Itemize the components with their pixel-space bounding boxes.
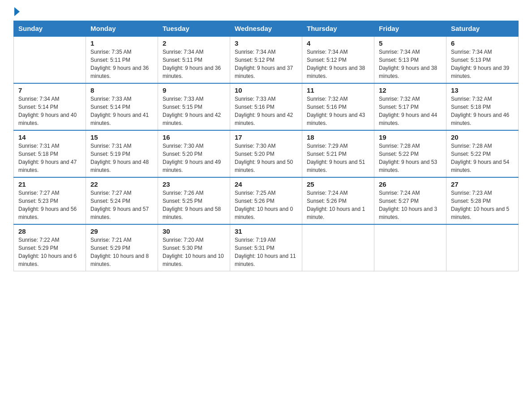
day-info: Sunrise: 7:31 AMSunset: 5:18 PMDaylight:… <box>18 142 81 174</box>
day-info: Sunrise: 7:32 AMSunset: 5:17 PMDaylight:… <box>379 95 442 127</box>
calendar-week-row: 21Sunrise: 7:27 AMSunset: 5:23 PMDayligh… <box>14 177 519 224</box>
calendar-cell: 6Sunrise: 7:34 AMSunset: 5:13 PMDaylight… <box>446 36 519 83</box>
calendar-week-row: 1Sunrise: 7:35 AMSunset: 5:11 PMDaylight… <box>14 36 519 83</box>
calendar-cell: 4Sunrise: 7:34 AMSunset: 5:12 PMDaylight… <box>302 36 374 83</box>
day-info: Sunrise: 7:24 AMSunset: 5:27 PMDaylight:… <box>379 189 442 221</box>
calendar-cell: 25Sunrise: 7:24 AMSunset: 5:26 PMDayligh… <box>302 177 374 224</box>
header-friday: Friday <box>374 21 446 37</box>
day-number: 8 <box>90 86 153 94</box>
day-info: Sunrise: 7:33 AMSunset: 5:15 PMDaylight:… <box>163 95 225 127</box>
day-number: 7 <box>18 86 81 94</box>
calendar-cell <box>446 224 519 271</box>
calendar-cell: 16Sunrise: 7:30 AMSunset: 5:20 PMDayligh… <box>158 130 230 177</box>
calendar-cell: 9Sunrise: 7:33 AMSunset: 5:15 PMDaylight… <box>158 83 230 130</box>
day-info: Sunrise: 7:34 AMSunset: 5:13 PMDaylight:… <box>451 48 514 80</box>
day-info: Sunrise: 7:33 AMSunset: 5:16 PMDaylight:… <box>235 95 297 127</box>
calendar-cell: 5Sunrise: 7:34 AMSunset: 5:13 PMDaylight… <box>374 36 446 83</box>
calendar-cell: 11Sunrise: 7:32 AMSunset: 5:16 PMDayligh… <box>302 83 374 130</box>
day-info: Sunrise: 7:35 AMSunset: 5:11 PMDaylight:… <box>90 48 153 80</box>
calendar-cell: 23Sunrise: 7:26 AMSunset: 5:25 PMDayligh… <box>158 177 230 224</box>
calendar-week-row: 28Sunrise: 7:22 AMSunset: 5:29 PMDayligh… <box>14 224 519 271</box>
calendar-cell: 7Sunrise: 7:34 AMSunset: 5:14 PMDaylight… <box>14 83 86 130</box>
day-number: 4 <box>307 39 369 47</box>
page-header <box>13 9 519 16</box>
day-number: 28 <box>18 227 81 235</box>
day-number: 5 <box>379 39 442 47</box>
day-info: Sunrise: 7:34 AMSunset: 5:11 PMDaylight:… <box>163 48 225 80</box>
calendar-cell: 24Sunrise: 7:25 AMSunset: 5:26 PMDayligh… <box>230 177 302 224</box>
day-number: 6 <box>451 39 514 47</box>
day-number: 14 <box>18 133 81 141</box>
day-number: 25 <box>307 180 369 188</box>
day-number: 15 <box>90 133 153 141</box>
day-info: Sunrise: 7:25 AMSunset: 5:26 PMDaylight:… <box>235 189 297 221</box>
calendar-cell: 15Sunrise: 7:31 AMSunset: 5:19 PMDayligh… <box>86 130 158 177</box>
calendar-cell: 28Sunrise: 7:22 AMSunset: 5:29 PMDayligh… <box>14 224 86 271</box>
day-info: Sunrise: 7:28 AMSunset: 5:22 PMDaylight:… <box>451 142 514 174</box>
day-number: 10 <box>235 86 297 94</box>
calendar-cell: 10Sunrise: 7:33 AMSunset: 5:16 PMDayligh… <box>230 83 302 130</box>
day-number: 11 <box>307 86 369 94</box>
header-monday: Monday <box>86 21 158 37</box>
day-info: Sunrise: 7:30 AMSunset: 5:20 PMDaylight:… <box>235 142 297 174</box>
calendar-cell: 26Sunrise: 7:24 AMSunset: 5:27 PMDayligh… <box>374 177 446 224</box>
logo <box>13 9 20 16</box>
calendar-cell: 22Sunrise: 7:27 AMSunset: 5:24 PMDayligh… <box>86 177 158 224</box>
day-info: Sunrise: 7:34 AMSunset: 5:12 PMDaylight:… <box>307 48 369 80</box>
logo-triangle-icon <box>14 7 20 16</box>
calendar-cell: 12Sunrise: 7:32 AMSunset: 5:17 PMDayligh… <box>374 83 446 130</box>
calendar-cell <box>302 224 374 271</box>
day-info: Sunrise: 7:20 AMSunset: 5:30 PMDaylight:… <box>163 236 225 268</box>
day-number: 16 <box>163 133 225 141</box>
day-info: Sunrise: 7:31 AMSunset: 5:19 PMDaylight:… <box>90 142 153 174</box>
day-number: 22 <box>90 180 153 188</box>
header-sunday: Sunday <box>14 21 86 37</box>
calendar-cell: 2Sunrise: 7:34 AMSunset: 5:11 PMDaylight… <box>158 36 230 83</box>
day-info: Sunrise: 7:27 AMSunset: 5:24 PMDaylight:… <box>90 189 153 221</box>
day-info: Sunrise: 7:34 AMSunset: 5:14 PMDaylight:… <box>18 95 81 127</box>
day-number: 9 <box>163 86 225 94</box>
day-number: 26 <box>379 180 442 188</box>
calendar-cell: 18Sunrise: 7:29 AMSunset: 5:21 PMDayligh… <box>302 130 374 177</box>
header-saturday: Saturday <box>446 21 519 37</box>
calendar-table: SundayMondayTuesdayWednesdayThursdayFrid… <box>13 21 519 271</box>
day-info: Sunrise: 7:24 AMSunset: 5:26 PMDaylight:… <box>307 189 369 221</box>
day-info: Sunrise: 7:19 AMSunset: 5:31 PMDaylight:… <box>235 236 297 268</box>
day-info: Sunrise: 7:21 AMSunset: 5:29 PMDaylight:… <box>90 236 153 268</box>
day-info: Sunrise: 7:34 AMSunset: 5:13 PMDaylight:… <box>379 48 442 80</box>
day-info: Sunrise: 7:32 AMSunset: 5:18 PMDaylight:… <box>451 95 514 127</box>
calendar-cell: 8Sunrise: 7:33 AMSunset: 5:14 PMDaylight… <box>86 83 158 130</box>
calendar-cell: 30Sunrise: 7:20 AMSunset: 5:30 PMDayligh… <box>158 224 230 271</box>
day-info: Sunrise: 7:28 AMSunset: 5:22 PMDaylight:… <box>379 142 442 174</box>
day-number: 21 <box>18 180 81 188</box>
day-info: Sunrise: 7:30 AMSunset: 5:20 PMDaylight:… <box>163 142 225 174</box>
day-info: Sunrise: 7:29 AMSunset: 5:21 PMDaylight:… <box>307 142 369 174</box>
day-number: 1 <box>90 39 153 47</box>
day-info: Sunrise: 7:33 AMSunset: 5:14 PMDaylight:… <box>90 95 153 127</box>
calendar-cell: 13Sunrise: 7:32 AMSunset: 5:18 PMDayligh… <box>446 83 519 130</box>
calendar-cell <box>14 36 86 83</box>
day-number: 27 <box>451 180 514 188</box>
day-info: Sunrise: 7:26 AMSunset: 5:25 PMDaylight:… <box>163 189 225 221</box>
calendar-cell: 17Sunrise: 7:30 AMSunset: 5:20 PMDayligh… <box>230 130 302 177</box>
day-number: 17 <box>235 133 297 141</box>
day-number: 23 <box>163 180 225 188</box>
calendar-week-row: 7Sunrise: 7:34 AMSunset: 5:14 PMDaylight… <box>14 83 519 130</box>
header-thursday: Thursday <box>302 21 374 37</box>
day-number: 18 <box>307 133 369 141</box>
calendar-cell: 1Sunrise: 7:35 AMSunset: 5:11 PMDaylight… <box>86 36 158 83</box>
calendar-cell: 20Sunrise: 7:28 AMSunset: 5:22 PMDayligh… <box>446 130 519 177</box>
day-number: 30 <box>163 227 225 235</box>
day-number: 3 <box>235 39 297 47</box>
day-number: 19 <box>379 133 442 141</box>
day-info: Sunrise: 7:32 AMSunset: 5:16 PMDaylight:… <box>307 95 369 127</box>
day-number: 29 <box>90 227 153 235</box>
day-number: 24 <box>235 180 297 188</box>
day-info: Sunrise: 7:23 AMSunset: 5:28 PMDaylight:… <box>451 189 514 221</box>
header-wednesday: Wednesday <box>230 21 302 37</box>
calendar-cell: 21Sunrise: 7:27 AMSunset: 5:23 PMDayligh… <box>14 177 86 224</box>
calendar-header-row: SundayMondayTuesdayWednesdayThursdayFrid… <box>14 21 519 37</box>
calendar-cell <box>374 224 446 271</box>
day-number: 13 <box>451 86 514 94</box>
header-tuesday: Tuesday <box>158 21 230 37</box>
